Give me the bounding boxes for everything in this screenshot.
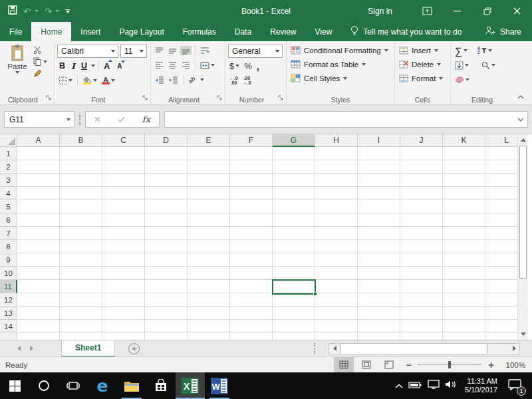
cell-C15[interactable] [102, 333, 145, 340]
cell-C4[interactable] [102, 187, 145, 200]
cell-C3[interactable] [102, 174, 145, 187]
alignment-dialog-launcher-icon[interactable] [217, 94, 223, 102]
cell-B3[interactable] [60, 174, 102, 187]
row-header-8[interactable]: 8 [0, 240, 17, 253]
cell-J15[interactable] [400, 333, 443, 340]
cell-D11[interactable] [145, 280, 188, 293]
taskbar-app-start[interactable] [0, 372, 29, 399]
horizontal-scrollbar[interactable] [329, 343, 520, 354]
top-align-button[interactable] [154, 46, 165, 55]
cell-E4[interactable] [188, 187, 230, 200]
cell-I2[interactable] [358, 160, 400, 174]
cell-I8[interactable] [358, 240, 400, 253]
wrap-text-button[interactable] [199, 46, 211, 55]
cell-K9[interactable] [443, 253, 485, 267]
cell-E3[interactable] [188, 174, 230, 187]
cell-H10[interactable] [315, 267, 358, 280]
conditional-formatting-button[interactable]: Conditional Formatting [289, 43, 392, 57]
cell-L5[interactable] [485, 200, 517, 213]
cell-G12[interactable] [273, 293, 315, 307]
fill-color-button[interactable] [81, 76, 98, 85]
cell-H8[interactable] [315, 240, 358, 253]
cell-F7[interactable] [230, 227, 273, 240]
ribbon-display-options-icon[interactable] [412, 0, 442, 22]
cell-F6[interactable] [230, 213, 273, 227]
cell-I10[interactable] [358, 267, 400, 280]
middle-align-button[interactable] [167, 46, 178, 55]
cell-F5[interactable] [230, 200, 273, 213]
cell-L8[interactable] [485, 240, 517, 253]
restore-button[interactable] [472, 0, 502, 22]
cell-H4[interactable] [315, 187, 358, 200]
column-header-H[interactable]: H [315, 134, 358, 147]
cell-A11[interactable] [17, 280, 60, 293]
cell-C13[interactable] [102, 307, 145, 320]
expand-formula-bar-icon[interactable] [517, 118, 524, 122]
cell-F12[interactable] [230, 293, 273, 307]
cell-L12[interactable] [485, 293, 517, 307]
cell-I3[interactable] [358, 174, 400, 187]
cell-F3[interactable] [230, 174, 273, 187]
cell-H9[interactable] [315, 253, 358, 267]
cell-A4[interactable] [17, 187, 60, 200]
cell-I15[interactable] [358, 333, 400, 340]
column-header-G[interactable]: G [273, 134, 315, 147]
cell-B14[interactable] [60, 320, 102, 333]
network-icon[interactable] [428, 380, 440, 392]
cell-B11[interactable] [60, 280, 102, 293]
increase-decimal-button[interactable]: ←.0.00 [228, 75, 239, 86]
cell-J4[interactable] [400, 187, 443, 200]
taskbar-app-edge[interactable]: e [88, 372, 117, 399]
page-layout-view-button[interactable] [356, 357, 376, 373]
cell-F13[interactable] [230, 307, 273, 320]
name-box[interactable]: G11 [4, 111, 74, 128]
decrease-indent-button[interactable] [154, 75, 166, 84]
row-header-14[interactable]: 14 [0, 320, 17, 333]
cell-J1[interactable] [400, 147, 443, 160]
column-header-F[interactable]: F [230, 134, 273, 147]
column-header-B[interactable]: B [60, 134, 102, 147]
row-header-3[interactable]: 3 [0, 174, 17, 187]
sort-filter-button[interactable]: AZ [476, 46, 494, 55]
cell-D6[interactable] [145, 213, 188, 227]
cell-C10[interactable] [102, 267, 145, 280]
percent-style-button[interactable]: % [243, 61, 253, 72]
cell-B10[interactable] [60, 267, 102, 280]
cell-F4[interactable] [230, 187, 273, 200]
tab-review[interactable]: Review [261, 22, 305, 41]
cell-A14[interactable] [17, 320, 60, 333]
cell-L2[interactable] [485, 160, 517, 174]
minimize-button[interactable] [442, 0, 472, 22]
cell-K1[interactable] [443, 147, 485, 160]
clipboard-dialog-launcher-icon[interactable] [46, 94, 52, 102]
cell-F14[interactable] [230, 320, 273, 333]
copy-button[interactable] [32, 57, 49, 66]
column-header-K[interactable]: K [443, 134, 485, 147]
cell-E1[interactable] [188, 147, 230, 160]
accounting-format-button[interactable]: $ [228, 61, 241, 72]
cell-G14[interactable] [273, 320, 315, 333]
cell-K8[interactable] [443, 240, 485, 253]
cell-G4[interactable] [273, 187, 315, 200]
cell-L11[interactable] [485, 280, 517, 293]
enter-icon[interactable] [118, 114, 125, 124]
cell-H3[interactable] [315, 174, 358, 187]
cell-F9[interactable] [230, 253, 273, 267]
horizontal-scroll-thumb[interactable] [340, 344, 487, 354]
collapse-ribbon-icon[interactable] [517, 92, 524, 100]
format-cells-button[interactable]: Format [398, 71, 448, 85]
tray-expand-icon[interactable] [395, 380, 403, 392]
cell-H6[interactable] [315, 213, 358, 227]
fill-handle[interactable] [313, 292, 317, 296]
align-left-button[interactable] [154, 61, 165, 70]
cell-I1[interactable] [358, 147, 400, 160]
cell-D7[interactable] [145, 227, 188, 240]
cell-K3[interactable] [443, 174, 485, 187]
formula-input[interactable] [164, 111, 528, 128]
cell-K10[interactable] [443, 267, 485, 280]
cell-J5[interactable] [400, 200, 443, 213]
zoom-level[interactable]: 100% [501, 361, 525, 369]
row-header-10[interactable]: 10 [0, 267, 17, 280]
row-header-7[interactable]: 7 [0, 227, 17, 240]
sheet-tab-sheet1[interactable]: Sheet1 [61, 340, 115, 357]
